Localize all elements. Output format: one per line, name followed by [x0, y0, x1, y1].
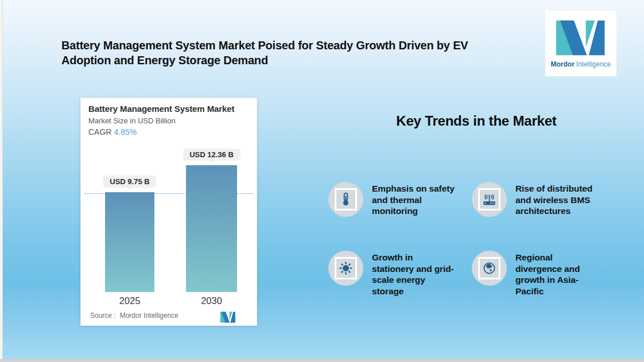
bottom-edge-strip: [0, 359, 644, 362]
source-label: Source :: [90, 312, 116, 320]
trend-text: Regional divergence and growth in Asia- …: [515, 251, 580, 297]
bar-2030: [186, 165, 237, 292]
trend-icon-circle: [472, 251, 507, 286]
globe-icon: [478, 257, 501, 279]
value-label-pill: USD 12.36 B: [183, 149, 240, 160]
trends-grid: Emphasis on safety and thermal monitorin…: [328, 182, 644, 297]
mini-brand-logo-icon: [220, 312, 236, 323]
bar-2025: [105, 192, 154, 292]
trend-item-wireless-bms: Rise of distributed and wireless BMS arc…: [472, 182, 644, 217]
trend-item-asia-pacific: Regional divergence and growth in Asia- …: [472, 251, 644, 297]
brand-name: MordorIntelligence: [550, 60, 611, 68]
chart-cagr: CAGR4.85%: [88, 127, 137, 137]
sun-icon: [335, 257, 357, 279]
trend-item-grid-storage: Growth in stationery and grid- scale ene…: [328, 251, 472, 297]
trend-icon-circle: [328, 251, 363, 286]
page-title: Battery Management System Market Poised …: [61, 38, 549, 68]
trend-text: Growth in stationery and grid- scale ene…: [372, 251, 454, 297]
cagr-label: CAGR: [88, 127, 111, 137]
value-label-pill: USD 9.75 B: [103, 176, 156, 187]
trend-icon-circle: [328, 182, 363, 217]
trend-icon-circle: [472, 182, 507, 217]
trend-text: Emphasis on safety and thermal monitorin…: [372, 182, 455, 217]
brand-name-primary: Mordor: [550, 60, 574, 68]
x-axis-label: 2025: [119, 295, 141, 306]
market-chart-card: Battery Management System Market Market …: [80, 98, 257, 326]
x-axis-label: 2030: [201, 295, 222, 306]
source-value: Mordor Intelligence: [120, 312, 179, 320]
brand-name-secondary: Intelligence: [576, 60, 611, 68]
trend-text: Rise of distributed and wireless BMS arc…: [515, 182, 592, 217]
chart-source: Source :Mordor Intelligence: [90, 312, 179, 320]
infographic-canvas: Battery Management System Market Poised …: [0, 0, 644, 362]
mordor-intelligence-logo-icon: [556, 20, 606, 56]
key-trends-heading: Key Trends in the Market: [344, 113, 608, 129]
left-edge-strip: [0, 0, 3, 362]
chart-title: Battery Management System Market: [88, 104, 234, 114]
cagr-value: 4.85%: [114, 127, 137, 137]
trend-item-safety-thermal: Emphasis on safety and thermal monitorin…: [328, 182, 472, 217]
wireless-router-icon: [478, 188, 501, 211]
thermometer-icon: [335, 188, 357, 211]
chart-subtitle: Market Size in USD Billion: [88, 116, 176, 125]
brand-logo-box: MordorIntelligence: [545, 11, 616, 76]
